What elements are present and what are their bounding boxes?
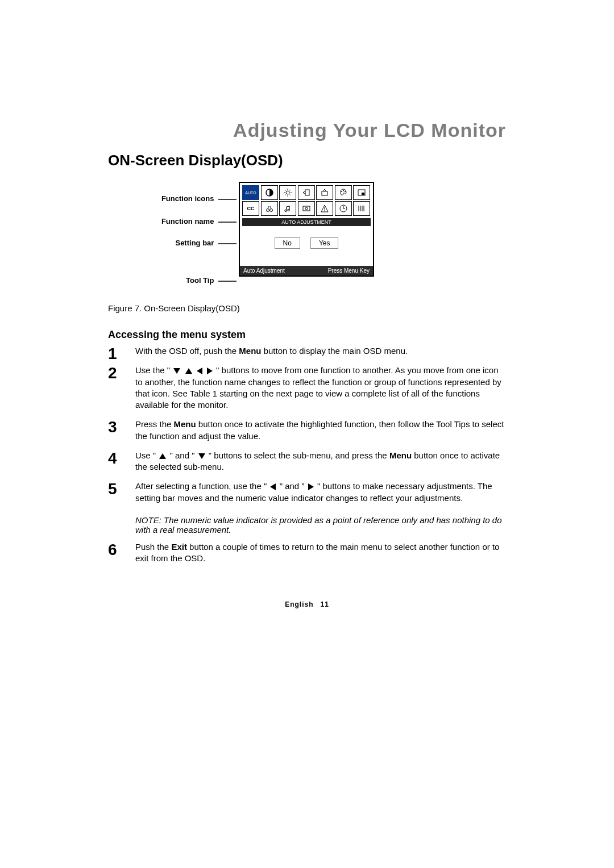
- svg-point-29: [324, 210, 325, 211]
- figure-caption: Figure 7. On-Screen Display(OSD): [108, 303, 506, 313]
- svg-point-17: [343, 190, 344, 191]
- osd-function-name: AUTO ADJUSTMENT: [242, 218, 371, 226]
- osd-icon-cc: CC: [242, 201, 259, 216]
- svg-line-10: [285, 190, 286, 191]
- osd-option-yes: Yes: [310, 237, 339, 249]
- osd-icon-hposition: [298, 185, 315, 200]
- osd-icon-audio: [279, 201, 296, 216]
- osd-icon-source: [298, 201, 315, 216]
- svg-rect-14: [305, 190, 309, 195]
- label-tool-tip: Tool Tip: [186, 276, 214, 285]
- osd-icon-auto: AUTO: [242, 185, 259, 200]
- osd-panel: AUTO CC AUTO ADJUSTMENT No Yes: [239, 182, 374, 277]
- svg-point-16: [341, 191, 342, 192]
- label-function-icons: Function icons: [161, 194, 214, 203]
- svg-point-22: [269, 209, 272, 212]
- osd-icon-warning: [316, 201, 333, 216]
- svg-rect-20: [362, 193, 364, 195]
- svg-point-18: [345, 191, 346, 192]
- osd-icon-vposition: [316, 185, 333, 200]
- left-triangle-icon: [197, 368, 202, 374]
- svg-point-26: [305, 207, 308, 210]
- osd-icon-phase: [353, 201, 370, 216]
- subheading: Accessing the menu system: [108, 329, 506, 341]
- osd-icon-brightness: [279, 185, 296, 200]
- svg-line-11: [290, 195, 291, 196]
- label-setting-bar: Setting bar: [175, 239, 214, 247]
- note: NOTE: The numeric value indicator is pro…: [108, 512, 506, 541]
- right-triangle-icon: [308, 483, 314, 490]
- osd-icon-sharpness: [261, 201, 278, 216]
- steps-list: With the OSD off, push the Menu button t…: [108, 345, 506, 512]
- up-triangle-icon: [159, 453, 166, 459]
- page-footer: English11: [108, 600, 506, 608]
- osd-option-no: No: [275, 237, 300, 249]
- label-function-name: Function name: [161, 217, 214, 226]
- svg-point-21: [266, 209, 269, 212]
- step-2: Use the " " buttons to move from one fun…: [108, 365, 506, 419]
- osd-icon-contrast: [261, 185, 278, 200]
- svg-line-24: [270, 206, 271, 209]
- section-title: ON-Screen Display(OSD): [108, 152, 506, 169]
- step-6: Push the Exit button a couple of times t…: [108, 541, 506, 573]
- step-3: Press the Menu button once to activate t…: [108, 419, 506, 450]
- down-triangle-icon: [173, 368, 180, 374]
- osd-tooltip: Auto Adjustment Press Menu Key: [240, 266, 373, 276]
- osd-setting-bar: No Yes: [240, 226, 373, 266]
- up-triangle-icon: [185, 368, 192, 374]
- svg-point-5: [286, 191, 289, 194]
- step-4: Use " " and " " buttons to select the su…: [108, 450, 506, 481]
- left-triangle-icon: [270, 483, 276, 490]
- chapter-title: Adjusting Your LCD Monitor: [108, 119, 506, 141]
- step-5: After selecting a function, use the " " …: [108, 481, 506, 512]
- down-triangle-icon: [198, 453, 205, 459]
- svg-rect-15: [322, 191, 327, 195]
- svg-rect-25: [303, 206, 310, 211]
- right-triangle-icon: [207, 368, 213, 374]
- svg-line-12: [285, 195, 286, 196]
- osd-icon-clock: [335, 201, 352, 216]
- osd-icon-pip: [353, 185, 370, 200]
- figure-osd: Function icons Function name Setting bar…: [108, 182, 506, 295]
- osd-icon-color: [335, 185, 352, 200]
- svg-line-23: [268, 206, 269, 209]
- svg-line-13: [290, 190, 291, 191]
- step-1: With the OSD off, push the Menu button t…: [108, 345, 506, 365]
